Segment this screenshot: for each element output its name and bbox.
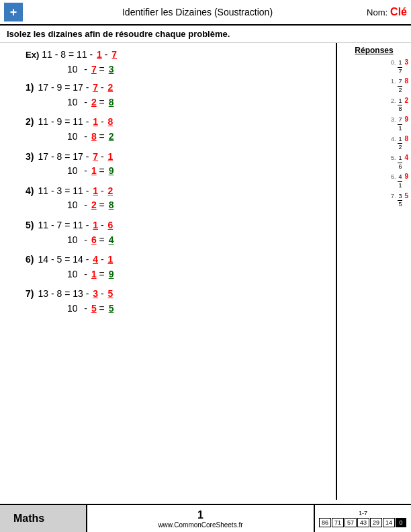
problem-r1: 4 [93, 253, 98, 267]
answers-title: Réponses [340, 46, 408, 55]
problem-minus: - [98, 253, 106, 267]
problem-g1: 2 [109, 130, 114, 144]
answers-container: 0. 1 7 3 1. 7 2 8 2. 1 8 2 3. 7 1 [340, 58, 408, 209]
answer-bot: 8 [398, 105, 402, 114]
answer-bot: 1 [398, 125, 402, 133]
problem-space: - [79, 268, 90, 281]
problem-block: 1) 17 - 9 = 17 - 7 - 2 10 - 2 = 8 [7, 81, 329, 109]
answer-val: 9 [404, 172, 408, 181]
answer-num: 6. [391, 173, 396, 181]
problem-line1: 7) 13 - 8 = 13 - 3 - 5 [26, 287, 329, 301]
answer-val: 5 [404, 191, 408, 200]
score-box: 71 [332, 518, 344, 527]
score-box: 43 [357, 518, 369, 527]
problem-equals: = [97, 268, 107, 281]
problem-label: 6) [26, 253, 34, 267]
problem-r2: 5 [107, 287, 113, 301]
example-space1: - [79, 63, 90, 77]
problem-equals: = [97, 130, 107, 144]
answer-val: 3 [404, 58, 408, 66]
answer-top: 1 [398, 136, 402, 144]
problem-10: 10 [67, 268, 78, 281]
answer-bot: 6 [398, 163, 402, 171]
problem-equals: = [97, 234, 107, 247]
answer-row: 6. 4 1 9 [340, 172, 408, 189]
problem-space: - [79, 96, 90, 109]
problem-line1: 3) 17 - 8 = 17 - 7 - 1 [26, 150, 329, 164]
problem-line2: 10 - 1 = 9 [67, 268, 329, 281]
score-box: 29 [370, 518, 382, 527]
answer-frac: 1 6 [398, 154, 402, 171]
problem-r3: 8 [91, 130, 97, 144]
problem-text: 17 - 9 = 17 - [38, 81, 91, 95]
problem-line1: 5) 11 - 7 = 11 - 1 - 6 [26, 219, 329, 232]
footer-center: 1 www.CommonCoreSheets.fr [87, 505, 314, 532]
problem-line2: 10 - 8 = 2 [67, 130, 329, 144]
answer-top: 7 [398, 116, 402, 125]
logo-plus-icon: + [10, 5, 17, 19]
problem-text: 14 - 5 = 14 - [38, 253, 91, 267]
answer-row: 4. 1 2 8 [340, 134, 408, 152]
problem-10: 10 [67, 199, 78, 212]
example-text1: 11 - 8 = 11 - [42, 48, 95, 62]
problem-equals: = [97, 96, 107, 109]
problem-text: 11 - 3 = 11 - [38, 185, 91, 198]
score-box: 86 [319, 518, 331, 527]
example-r3: 7 [91, 63, 97, 77]
answer-frac: 1 8 [398, 97, 402, 114]
answer-num: 4. [391, 136, 396, 144]
problem-equals: = [97, 302, 107, 316]
problem-r2: 8 [107, 116, 113, 129]
problem-r1: 1 [93, 116, 98, 129]
problem-minus: - [98, 219, 106, 232]
problem-g1: 9 [109, 165, 114, 178]
problem-r2: 1 [107, 253, 113, 267]
answer-top: 7 [398, 78, 402, 87]
problem-g1: 4 [109, 234, 114, 247]
instruction: Isolez les dizaines afin de résoudre cha… [0, 26, 411, 43]
cle-label: Clé [390, 6, 407, 18]
problem-r3: 5 [91, 302, 97, 316]
problem-block: 4) 11 - 3 = 11 - 1 - 2 10 - 2 = 8 [7, 185, 329, 212]
header-title: Identifier les Dizaines (Soustraction) [28, 7, 367, 17]
answer-num: 2. [391, 97, 396, 105]
problem-text: 17 - 8 = 17 - [38, 150, 91, 164]
problem-r1: 7 [93, 150, 98, 164]
problem-label: 4) [26, 185, 34, 198]
answer-row: 2. 1 8 2 [340, 96, 408, 114]
answer-num: 7. [391, 193, 396, 201]
problem-equals: = [97, 165, 107, 178]
answer-num: 3. [391, 116, 396, 124]
problem-r2: 1 [107, 150, 113, 164]
answer-frac: 1 7 [398, 59, 402, 75]
problem-text: 11 - 7 = 11 - [38, 219, 91, 232]
problem-r1: 1 [93, 185, 98, 198]
example-equals: = [97, 63, 107, 77]
answer-bot: 5 [398, 201, 402, 209]
problem-block: 6) 14 - 5 = 14 - 4 - 1 10 - 1 = 9 [7, 253, 329, 281]
example-10: 10 [67, 63, 78, 77]
problem-label: 2) [26, 116, 34, 129]
problem-10: 10 [67, 130, 78, 144]
answer-val: 8 [404, 134, 408, 143]
problems-container: 1) 17 - 9 = 17 - 7 - 2 10 - 2 = 8 2) 11 … [7, 81, 329, 315]
example-r2: 7 [111, 48, 117, 62]
problem-r1: 7 [93, 81, 98, 95]
example-line1: Ex) 11 - 8 = 11 - 1 - 7 [26, 48, 329, 62]
problem-space: - [79, 165, 90, 178]
problem-g1: 8 [109, 96, 114, 109]
answer-bot: 7 [398, 68, 402, 76]
problem-minus: - [98, 287, 106, 301]
problem-label: 1) [26, 81, 34, 95]
answer-num: 1. [391, 78, 396, 86]
problem-g1: 5 [109, 302, 114, 316]
problems-section: Ex) 11 - 8 = 11 - 1 - 7 10 - 7 = 3 1) 17… [0, 43, 337, 500]
score-box: 14 [383, 518, 395, 527]
problem-r3: 6 [91, 234, 97, 247]
problem-r1: 1 [93, 219, 98, 232]
problem-r3: 1 [91, 268, 97, 281]
problem-line2: 10 - 2 = 8 [67, 199, 329, 212]
answer-val: 8 [404, 77, 408, 85]
problem-space: - [79, 199, 90, 212]
example-label: Ex) [26, 49, 39, 61]
